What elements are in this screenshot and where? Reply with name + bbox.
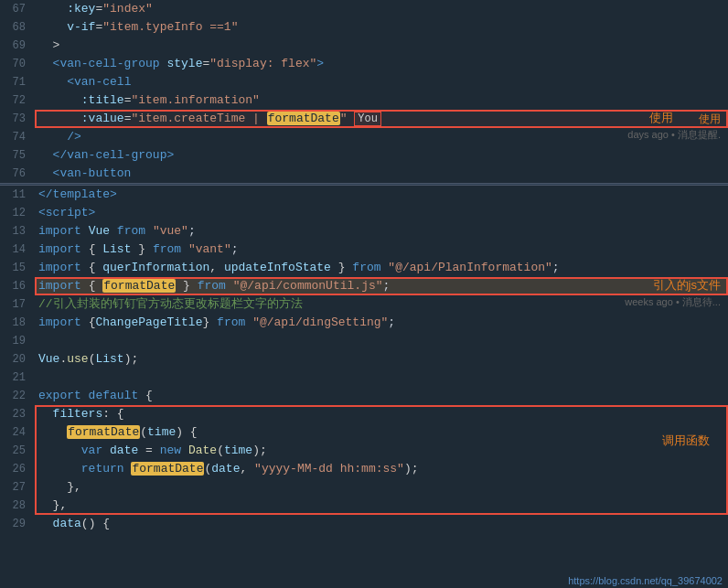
code-line-21: 21 xyxy=(0,369,728,387)
line-num-11: 11 xyxy=(0,186,35,204)
line-content-25: var date = new Date(time); xyxy=(35,442,728,460)
line-content-28: }, xyxy=(35,497,728,515)
code-line-16: 16 import { formatDate } from "@/api/com… xyxy=(0,277,728,295)
line-content-13: import Vue from "vue"; xyxy=(35,222,728,241)
line-num-12: 12 xyxy=(0,204,35,222)
line-num-72: 72 xyxy=(0,91,35,110)
line-content-27: }, xyxy=(35,478,728,497)
line-content-76: <van-button xyxy=(35,165,728,183)
line-num-19: 19 xyxy=(0,332,35,350)
code-line-19: 19 xyxy=(0,332,728,350)
line-content-24: formatDate(time) { xyxy=(35,423,728,442)
line-num-14: 14 xyxy=(0,241,35,259)
line-num-75: 75 xyxy=(0,146,35,165)
diaoyong-annotation: 调用函数 xyxy=(662,433,710,449)
code-line-67: 67 :key="index" xyxy=(0,0,728,18)
line-num-28: 28 xyxy=(0,497,35,515)
days-ago-top: days ago • 消息提醒. xyxy=(627,128,721,142)
code-line-76: 76 <van-button xyxy=(0,165,728,183)
bottom-link[interactable]: https://blog.csdn.net/qq_39674002 xyxy=(562,573,728,588)
line-content-72: :title="item.information" xyxy=(35,91,728,110)
top-section: 67 :key="index" 68 v-if="item.typeInfo =… xyxy=(0,0,728,183)
line-content-11: </template> xyxy=(35,186,728,204)
line-content-70: <van-cell-group style="display: flex"> xyxy=(35,55,728,73)
code-line-11: 11 </template> xyxy=(0,186,728,204)
code-line-72: 72 :title="item.information" xyxy=(0,91,728,110)
line-num-16: 16 xyxy=(0,277,35,295)
line-content-75: </van-cell-group> xyxy=(35,146,728,165)
code-line-22: 22 export default { xyxy=(0,387,728,405)
code-line-23: 23 filters: { xyxy=(0,405,728,423)
line-content-16: import { formatDate } from "@/api/common… xyxy=(35,277,728,295)
line-num-68: 68 xyxy=(0,18,35,37)
code-line-29: 29 data() { xyxy=(0,515,728,533)
line-content-26: return formatDate(date, "yyyy-MM-dd hh:m… xyxy=(35,460,728,478)
code-line-28: 28 }, xyxy=(0,497,728,515)
code-container: 67 :key="index" 68 v-if="item.typeInfo =… xyxy=(0,0,728,588)
line-num-26: 26 xyxy=(0,460,35,478)
line-content-68: v-if="item.typeInfo ==1" xyxy=(35,18,728,37)
code-line-13: 13 import Vue from "vue"; xyxy=(0,222,728,241)
line-num-17: 17 xyxy=(0,295,35,314)
code-line-25: 25 var date = new Date(time); xyxy=(0,442,728,460)
line-content-29: data() { xyxy=(35,515,728,533)
line-num-73: 73 xyxy=(0,110,35,128)
line-num-13: 13 xyxy=(0,222,35,241)
line-num-20: 20 xyxy=(0,350,35,369)
code-line-74: 74 /> xyxy=(0,128,728,146)
code-line-27: 27 }, xyxy=(0,478,728,497)
days-ago-16: weeks ago • 消息待... xyxy=(625,295,721,309)
line-content-22: export default { xyxy=(35,387,728,405)
line-num-74: 74 xyxy=(0,128,35,146)
line-num-76: 76 xyxy=(0,165,35,183)
shiyong-label: 使用 xyxy=(649,110,673,126)
line-num-23: 23 xyxy=(0,405,35,423)
line-content-74: /> xyxy=(35,128,728,146)
line-content-73: :value="item.createTime | formatDate" Yo… xyxy=(35,110,728,128)
line-num-15: 15 xyxy=(0,259,35,277)
line-num-21: 21 xyxy=(0,369,35,387)
line-num-67: 67 xyxy=(0,0,35,18)
line-content-23: filters: { xyxy=(35,405,728,423)
code-line-24: 24 formatDate(time) { xyxy=(0,423,728,442)
code-line-70: 70 <van-cell-group style="display: flex"… xyxy=(0,55,728,73)
line-content-15: import { querInformation, updateInfoStat… xyxy=(35,259,728,277)
code-line-18: 18 import {ChangePageTitle} from "@/api/… xyxy=(0,314,728,332)
line-num-24: 24 xyxy=(0,423,35,442)
line-content-71: <van-cell xyxy=(35,73,728,91)
line-content-67: :key="index" xyxy=(35,0,728,18)
line-num-18: 18 xyxy=(0,314,35,332)
code-line-14: 14 import { List } from "vant"; xyxy=(0,241,728,259)
yinjin-annotation: 引入的js文件 xyxy=(653,277,721,294)
filters-block: 23 filters: { 24 formatDate(time) { 25 v… xyxy=(0,405,728,515)
code-line-26: 26 return formatDate(date, "yyyy-MM-dd h… xyxy=(0,460,728,478)
line-num-71: 71 xyxy=(0,73,35,91)
line-content-14: import { List } from "vant"; xyxy=(35,241,728,259)
line-content-18: import {ChangePageTitle} from "@/api/din… xyxy=(35,314,728,332)
line-num-29: 29 xyxy=(0,515,35,533)
code-line-73: 73 :value="item.createTime | formatDate"… xyxy=(0,110,728,128)
code-line-68: 68 v-if="item.typeInfo ==1" xyxy=(0,18,728,37)
line-content-19 xyxy=(35,332,728,350)
line-num-25: 25 xyxy=(0,442,35,460)
code-line-12: 12 <script> xyxy=(0,204,728,222)
line-content-20: Vue.use(List); xyxy=(35,350,728,369)
line-content-12: <script> xyxy=(35,204,728,222)
you-annotation: You xyxy=(354,112,381,126)
line-num-70: 70 xyxy=(0,55,35,73)
line-content-69: > xyxy=(35,37,728,55)
code-line-71: 71 <van-cell xyxy=(0,73,728,91)
code-line-17: 17 //引入封装的钉钉官方动态更改标题栏文字的方法 xyxy=(0,295,728,314)
code-line-69: 69 > xyxy=(0,37,728,55)
line-content-21 xyxy=(35,369,728,387)
code-line-15: 15 import { querInformation, updateInfoS… xyxy=(0,259,728,277)
line-num-27: 27 xyxy=(0,478,35,497)
bottom-section: 11 </template> 12 <script> 13 import Vue… xyxy=(0,186,728,533)
shiyong-annotation: 使用 xyxy=(699,110,721,128)
code-line-20: 20 Vue.use(List); xyxy=(0,350,728,369)
code-line-75: 75 </van-cell-group> xyxy=(0,146,728,165)
line-num-69: 69 xyxy=(0,37,35,55)
line-num-22: 22 xyxy=(0,387,35,405)
